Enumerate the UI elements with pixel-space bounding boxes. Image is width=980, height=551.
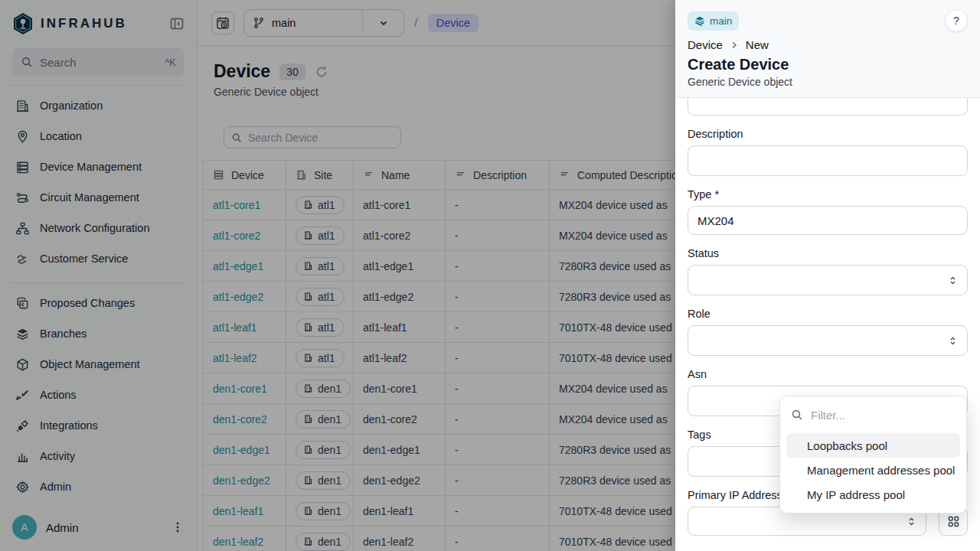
drawer-breadcrumb: Device New [688,38,968,51]
search-icon [791,409,803,421]
role-select[interactable] [688,325,968,356]
type-field[interactable]: MX204 [688,206,968,235]
pool-dropdown: Loopbacks poolManagement addresses poolM… [779,396,967,514]
role-label: Role [688,308,968,320]
dropdown-filter[interactable] [780,396,966,433]
status-select[interactable] [688,265,968,295]
name-field-partial[interactable] [688,98,968,116]
chevron-right-icon [730,41,739,50]
app-root: INFRAHUB Search ^K Organization Location… [0,0,980,551]
description-field[interactable] [688,145,968,176]
chevrons-up-down-icon [948,276,958,285]
dropdown-filter-input[interactable] [811,409,956,422]
breadcrumb-root: Device [688,38,723,51]
branch-badge: main [688,11,739,31]
drawer-subtitle: Generic Device object [688,76,968,88]
dropdown-option[interactable]: My IP address pool [786,482,960,507]
drawer-title: Create Device [688,56,968,73]
description-label: Description [688,128,968,140]
type-label: Type * [688,188,968,201]
branch-badge-label: main [710,15,732,27]
breadcrumb-current: New [746,38,769,51]
dropdown-options: Loopbacks poolManagement addresses poolM… [780,433,966,507]
help-button[interactable]: ? [945,9,968,32]
drawer-header: main ? Device New Create Device Generic … [675,0,980,98]
grid-pool-icon [947,515,960,528]
chevrons-up-down-icon [948,336,958,346]
dropdown-option[interactable]: Management addresses pool [786,458,960,482]
asn-label: Asn [688,368,968,380]
chevrons-up-down-icon [906,517,916,527]
dropdown-option[interactable]: Loopbacks pool [786,433,960,458]
layers-icon [694,15,705,26]
status-label: Status [688,247,968,259]
